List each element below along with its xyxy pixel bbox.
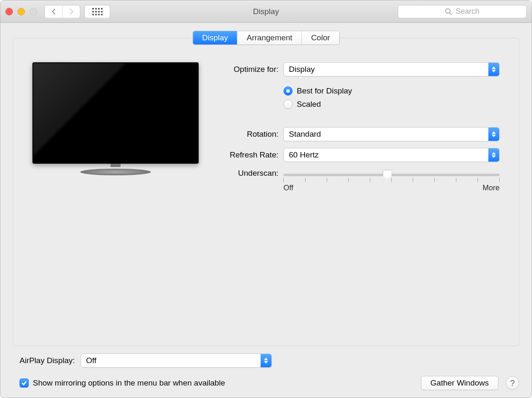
airplay-value: Off <box>86 356 96 365</box>
search-icon <box>445 8 452 15</box>
chevron-left-icon <box>51 8 56 15</box>
gather-windows-button[interactable]: Gather Windows <box>421 376 498 390</box>
traffic-lights <box>5 8 37 15</box>
refresh-rate-label: Refresh Rate: <box>216 150 283 160</box>
optimize-for-value: Display <box>289 65 315 74</box>
monitor-icon <box>32 62 199 164</box>
minimize-button[interactable] <box>17 8 25 15</box>
updown-icon <box>261 354 271 367</box>
slider-ticks <box>283 178 500 182</box>
chevron-right-icon <box>69 8 74 15</box>
mirroring-checkbox[interactable] <box>20 378 29 388</box>
radio-label: Scaled <box>297 100 321 109</box>
resolution-radio-group: Best for Display Scaled <box>283 86 500 113</box>
rotation-label: Rotation: <box>216 130 283 139</box>
close-button[interactable] <box>5 8 13 15</box>
tab-display[interactable]: Display <box>193 31 237 44</box>
back-button[interactable] <box>45 5 62 18</box>
nav-buttons <box>44 5 80 18</box>
window: Display Search Display Arrangement Color <box>0 0 532 398</box>
underscan-min-label: Off <box>283 184 293 192</box>
airplay-popup[interactable]: Off <box>81 354 272 368</box>
radio-icon <box>283 86 293 96</box>
refresh-rate-value: 60 Hertz <box>289 150 319 160</box>
optimize-for-label: Optimize for: <box>216 65 283 74</box>
content: Display Arrangement Color Optimize for: <box>0 23 532 398</box>
airplay-label: AirPlay Display: <box>20 356 75 365</box>
underscan-label: Underscan: <box>216 169 283 178</box>
svg-line-1 <box>450 13 451 15</box>
radio-scaled[interactable]: Scaled <box>283 100 500 109</box>
refresh-rate-popup[interactable]: 60 Hertz <box>283 148 500 162</box>
rotation-value: Standard <box>289 130 321 139</box>
search-field[interactable]: Search <box>398 5 527 18</box>
underscan-slider[interactable] <box>283 174 500 176</box>
tab-bar: Display Arrangement Color <box>192 31 340 45</box>
display-preview <box>32 62 199 187</box>
updown-icon <box>488 148 499 162</box>
bottom-area: AirPlay Display: Off Show mirroring opti… <box>13 346 519 390</box>
checkmark-icon <box>21 380 27 386</box>
optimize-for-popup[interactable]: Display <box>283 62 500 76</box>
tab-color[interactable]: Color <box>301 31 339 44</box>
window-title: Display <box>253 7 279 16</box>
settings-panel: Display Arrangement Color Optimize for: <box>13 38 519 346</box>
updown-icon <box>488 63 499 76</box>
grid-icon <box>92 8 103 15</box>
mirroring-label: Show mirroring options in the menu bar w… <box>33 378 225 388</box>
radio-label: Best for Display <box>297 86 352 96</box>
show-all-button[interactable] <box>84 5 110 18</box>
search-placeholder: Search <box>456 7 479 16</box>
forward-button[interactable] <box>62 5 80 18</box>
updown-icon <box>488 128 499 141</box>
radio-best-for-display[interactable]: Best for Display <box>283 86 500 96</box>
radio-icon <box>283 100 293 109</box>
help-button[interactable]: ? <box>506 376 519 390</box>
titlebar: Display Search <box>0 0 532 23</box>
zoom-button <box>30 8 37 15</box>
underscan-max-label: More <box>483 184 500 192</box>
rotation-popup[interactable]: Standard <box>283 127 500 141</box>
tab-arrangement[interactable]: Arrangement <box>237 31 302 44</box>
